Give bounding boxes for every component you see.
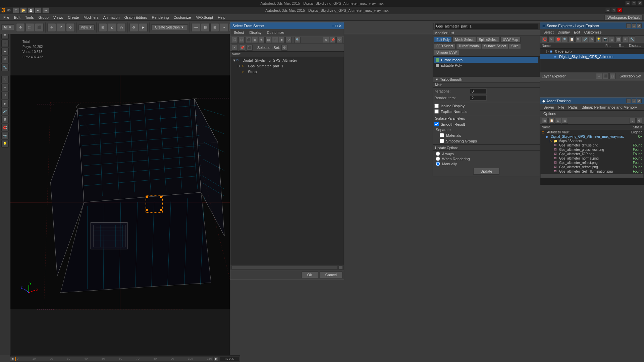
at-map-6[interactable]: 🖼 Gps_altimeter_Self_illumination.png Fo… bbox=[540, 169, 644, 174]
spacing-btn[interactable]: ↔ bbox=[220, 23, 228, 32]
scene-tree[interactable]: ▼ □ Digital_Skydiving_GPS_Altimeter ▷ ○ … bbox=[230, 57, 344, 265]
menu-create[interactable]: Create bbox=[66, 15, 81, 19]
se-tb-btn-8[interactable]: ⚙ bbox=[589, 36, 595, 42]
mod-btn-unwrap[interactable]: Unwrap UVW bbox=[434, 50, 459, 55]
at-tb-1[interactable]: ⊞ bbox=[542, 118, 548, 124]
menu-file[interactable]: File bbox=[1, 15, 11, 19]
at-hscrollbar[interactable] bbox=[540, 174, 644, 178]
tb-invert-btn[interactable]: ⬛ bbox=[245, 37, 251, 43]
at-minimize-btn[interactable]: ─ bbox=[626, 99, 631, 103]
menu-views[interactable]: Views bbox=[51, 15, 65, 19]
mod-stack-editable-poly[interactable]: Editable Poly bbox=[434, 63, 538, 68]
menu-modifiers[interactable]: Modifiers bbox=[82, 15, 101, 19]
tb-select-all-btn[interactable]: ☐ bbox=[232, 37, 238, 43]
at-item-file[interactable]: ◆ Digital_Skydiving_GPS_Altimeter_max_vr… bbox=[540, 134, 644, 139]
se-menu-edit[interactable]: Edit bbox=[573, 30, 581, 35]
view-dropdown[interactable]: View ▼ bbox=[78, 24, 95, 30]
at-tb-2[interactable]: 📋 bbox=[548, 118, 554, 124]
asset-tracking-tree[interactable]: ⬡ Autodesk Vault Logged ◆ Digital_Skydiv… bbox=[540, 130, 644, 174]
search-cancel-btn[interactable]: ✕ bbox=[232, 45, 238, 51]
tb-display-btn[interactable]: 👁 bbox=[259, 37, 265, 43]
at-menu-file[interactable]: File bbox=[557, 105, 565, 110]
at-map-1[interactable]: 🖼 Gps_altimeter_glossiness.png Found bbox=[540, 147, 644, 152]
se-tb-btn-9[interactable]: 💡 bbox=[595, 36, 601, 42]
tool-move[interactable]: ✛ bbox=[1, 84, 9, 91]
hierarchy-tab[interactable]: ⊢ bbox=[1, 40, 9, 47]
tb-pin-btn[interactable]: 📌 bbox=[330, 37, 336, 43]
select-object-btn[interactable]: ✛ bbox=[16, 23, 25, 32]
dialog-menu-display[interactable]: Display bbox=[248, 30, 263, 35]
tree-item-0[interactable]: ▼ □ Digital_Skydiving_GPS_Altimeter bbox=[231, 58, 343, 63]
layer-tb-1[interactable]: ☆ bbox=[596, 73, 602, 79]
at-map-3[interactable]: 🖼 Gps_altimeter_normal.png Found bbox=[540, 156, 644, 161]
menu-animation[interactable]: Animation bbox=[101, 15, 122, 19]
main-section-header[interactable]: Main bbox=[433, 82, 540, 88]
scale-btn[interactable]: ⬖ bbox=[66, 23, 75, 32]
win-max-btn[interactable]: □ bbox=[611, 8, 616, 13]
window-crossing-btn[interactable]: ⬛ bbox=[35, 23, 44, 32]
at-close-btn[interactable]: ✕ bbox=[637, 99, 642, 103]
all-dropdown[interactable]: All ▼ bbox=[1, 24, 14, 30]
explicit-normals-checkbox[interactable] bbox=[434, 109, 439, 114]
when-rendering-radio[interactable] bbox=[436, 157, 440, 161]
tb-layer-btn[interactable]: ▤ bbox=[265, 37, 271, 43]
select-region-btn[interactable]: ⬚ bbox=[25, 23, 34, 32]
tb-select-filter-btn[interactable]: ▦ bbox=[252, 37, 258, 43]
search-gear-btn[interactable]: ⚙ bbox=[281, 45, 287, 51]
se-menu-customize[interactable]: Customize bbox=[583, 30, 603, 35]
se-tb-btn-10[interactable]: 📷 bbox=[602, 36, 608, 42]
array-btn[interactable]: ⊞ bbox=[210, 23, 219, 32]
tb-case-btn[interactable]: Aa bbox=[285, 37, 291, 43]
save-btn[interactable]: 💾 bbox=[28, 7, 34, 13]
new-btn[interactable]: □ bbox=[13, 7, 19, 13]
menu-edit[interactable]: Edit bbox=[12, 15, 22, 19]
dialog-close-btn[interactable]: ✕ bbox=[338, 23, 342, 28]
tb-find-btn[interactable]: 🔍 bbox=[294, 37, 301, 43]
smoothing-groups-checkbox[interactable] bbox=[440, 139, 444, 143]
at-menu-options[interactable]: Options bbox=[542, 111, 557, 116]
se-tb-btn-3[interactable]: 🔴 bbox=[555, 36, 561, 42]
at-map-2[interactable]: 🖼 Gps_altimeter_IOR.png Found bbox=[540, 152, 644, 156]
tb-color-btn[interactable]: ■ bbox=[279, 37, 285, 43]
materials-checkbox[interactable] bbox=[440, 133, 444, 137]
layer-tb-2[interactable]: ⬛ bbox=[603, 73, 609, 79]
win-close-btn[interactable]: ✕ bbox=[617, 8, 623, 13]
se-tb-btn-5[interactable]: 📋 bbox=[569, 36, 575, 42]
mod-btn-uvw-map[interactable]: UVW Map bbox=[500, 37, 521, 43]
isoline-checkbox[interactable] bbox=[434, 104, 439, 108]
at-menu-bitmap[interactable]: Bitmap Performance and Memory bbox=[581, 105, 638, 110]
at-map-5[interactable]: 🖼 Gps_altimeter_refract.png Found bbox=[540, 165, 644, 169]
at-map-4[interactable]: 🖼 Gps_altimeter_reflect.png Found bbox=[540, 161, 644, 165]
tool-select[interactable]: ↖ bbox=[1, 76, 9, 83]
mod-btn-slice[interactable]: Slice bbox=[509, 43, 521, 49]
menu-rendering[interactable]: Rendering bbox=[150, 15, 171, 19]
align-btn[interactable]: ⊟ bbox=[201, 23, 210, 32]
menu-graph[interactable]: Graph Editors bbox=[122, 15, 149, 19]
mod-btn-ffd-select[interactable]: FFD Select bbox=[434, 43, 455, 49]
at-tb-settings[interactable]: ⚙ bbox=[636, 118, 642, 124]
render-iters-input[interactable]: 2 bbox=[470, 95, 487, 101]
dialog-minimize-btn[interactable]: ─ bbox=[332, 23, 335, 28]
mod-btn-edit-poly[interactable]: Edit Poly bbox=[434, 37, 452, 43]
se-menu-select[interactable]: Select bbox=[542, 30, 555, 35]
at-tb-3[interactable]: ⊟ bbox=[555, 118, 561, 124]
object-name-field[interactable]: Gps_altimeter_part_1 bbox=[434, 23, 538, 29]
iterations-input[interactable]: 0 bbox=[470, 88, 487, 94]
update-options-header[interactable]: Update Options bbox=[433, 145, 540, 151]
modifier-stack[interactable]: TurboSmooth Editable Poly bbox=[433, 57, 540, 77]
se-tb-btn-7[interactable]: 🔗 bbox=[582, 36, 588, 42]
minimize-button[interactable]: ─ bbox=[625, 1, 631, 6]
se-tb-btn-2[interactable]: ✕ bbox=[548, 36, 554, 42]
timeline-next-btn[interactable]: ▶ bbox=[214, 357, 219, 361]
tb-type-btn[interactable]: T bbox=[272, 37, 278, 43]
tool-link[interactable]: 🔗 bbox=[1, 108, 9, 115]
turbos-smooth-section-header[interactable]: ▼ TurboSmooth bbox=[433, 77, 540, 82]
cancel-button[interactable]: Cancel bbox=[320, 272, 342, 278]
viewport-canvas[interactable]: X Y Z Total Polys: 20,202 bbox=[10, 30, 230, 355]
at-search-input[interactable] bbox=[540, 178, 644, 185]
timeline-track[interactable]: 0102030405060708090100110 bbox=[15, 357, 213, 361]
tool-bind[interactable]: 🧲 bbox=[1, 124, 9, 131]
motion-tab[interactable]: ▶ bbox=[1, 48, 9, 55]
se-tb-btn-14[interactable]: 🔧 bbox=[629, 36, 635, 42]
se-tb-btn-4[interactable]: 🔍 bbox=[562, 36, 568, 42]
